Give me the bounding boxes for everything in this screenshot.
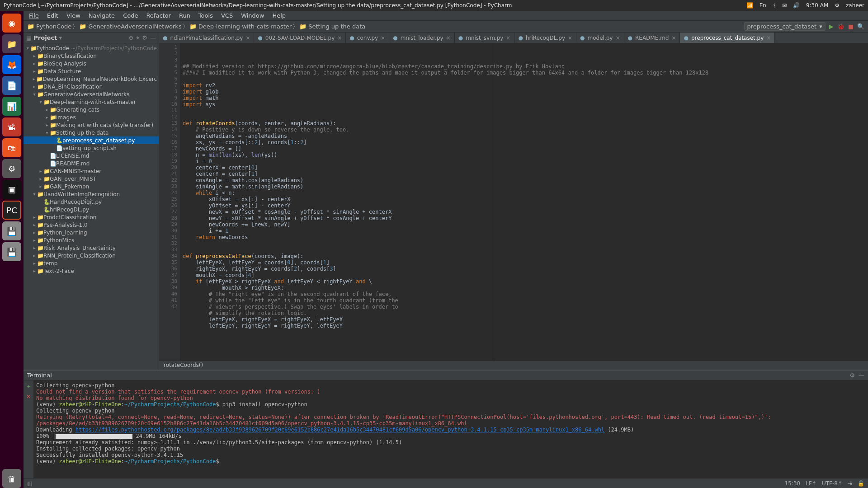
close-icon[interactable]: × (245, 35, 250, 41)
tree-node[interactable]: ▸📁 images (24, 113, 159, 121)
breadcrumb-item[interactable]: 📁 Deep-learning-with-cats-master (189, 23, 292, 30)
stop-button[interactable]: ■ (848, 23, 854, 30)
clock[interactable]: 9:30 AM (806, 2, 828, 9)
editor-breadcrumb[interactable]: rotateCoords() (159, 361, 868, 370)
menu-navigate[interactable]: Navigate (85, 11, 118, 20)
tree-node[interactable]: ▸📁 DeepLearning_NeuralNetworkBook Excerc (24, 75, 159, 83)
lock-icon[interactable]: 🔓 (858, 480, 864, 487)
terminal-output[interactable]: Collecting opencv-python Could not find … (33, 380, 868, 478)
launcher-software[interactable]: 🛍 (2, 138, 21, 157)
tree-node[interactable]: ▾📁 Deep-learning-with-cats-master (24, 98, 159, 106)
launcher-writer[interactable]: 📄 (2, 76, 21, 95)
breadcrumb-item[interactable]: 📁 Setting up the data (299, 23, 365, 30)
launcher-files[interactable]: 📁 (2, 34, 21, 53)
launcher-terminal[interactable]: ▣ (2, 180, 21, 199)
close-icon[interactable]: × (446, 35, 451, 41)
launcher-calc[interactable]: 📊 (2, 97, 21, 116)
launcher-dash[interactable]: ◉ (2, 14, 21, 33)
code-editor[interactable]: 1234567891011121314151617181920212223242… (159, 43, 868, 361)
editor-tab[interactable]: ●mnist_loader.py× (389, 33, 455, 43)
launcher-firefox[interactable]: 🦊 (2, 55, 21, 74)
tree-node[interactable]: ▸📁 temp (24, 259, 159, 267)
tree-node[interactable]: ▾📁 HandWrittenImgRecognition (24, 190, 159, 198)
launcher-disk2[interactable]: 💾 (2, 242, 21, 261)
close-icon[interactable]: × (381, 35, 385, 41)
hide-panel-icon[interactable]: — (859, 372, 864, 379)
settings-icon[interactable]: ⚙ (835, 2, 840, 9)
tree-node[interactable]: 📄 setting_up_script.sh (24, 144, 159, 152)
bluetooth-icon[interactable]: ᚼ (773, 2, 776, 9)
tree-node[interactable]: ▸📁 Generating cats (24, 106, 159, 113)
gear-icon[interactable]: ⚙ (849, 372, 855, 379)
tree-node[interactable]: 🐍 HandRecogDigit.py (24, 198, 159, 206)
tree-node[interactable]: ▸📁 BinaryClassification (24, 52, 159, 60)
run-configuration-dropdown[interactable]: preprocess_cat_dataset▾ (744, 22, 826, 31)
volume-icon[interactable]: 🔊 (793, 2, 800, 9)
tree-node[interactable]: 🐍 hriRecogDL.py (24, 206, 159, 213)
launcher-impress[interactable]: 📽 (2, 117, 21, 136)
editor-tab[interactable]: ●model.py× (576, 33, 624, 43)
tree-node[interactable]: ▾📁 GenerativeAdverserialNetworks (24, 90, 159, 98)
menu-window[interactable]: Window (237, 11, 268, 20)
tree-node[interactable]: ▸📁 BioSeq Analysis (24, 60, 159, 67)
tree-node[interactable]: ▾📁 Setting up the data (24, 129, 159, 136)
menu-run[interactable]: Run (175, 11, 194, 20)
menu-edit[interactable]: Edit (43, 11, 62, 20)
menu-tools[interactable]: Tools (195, 11, 217, 20)
editor-tab[interactable]: ●hriRecogDL.py× (514, 33, 576, 43)
editor-tab[interactable]: ●002-SAV-LOAD-MODEL.py× (254, 33, 346, 43)
project-view-icon[interactable]: ▤ (26, 34, 32, 41)
indent-indicator[interactable]: ⇥ (848, 480, 852, 487)
breadcrumb-item[interactable]: 📁 GenerativeAdverserialNetworks (79, 23, 181, 30)
tree-node[interactable]: ▸📁 Pse-Analysis-1.0 (24, 221, 159, 229)
editor-tab[interactable]: ●conv.py× (346, 33, 389, 43)
launcher-pycharm[interactable]: PC (2, 201, 21, 220)
mail-icon[interactable]: ✉ (782, 2, 787, 9)
project-panel-title[interactable]: Project (33, 34, 57, 41)
close-icon[interactable]: × (568, 35, 572, 41)
tree-node[interactable]: ▸📁 RNN_Protein_Classification (24, 252, 159, 259)
line-separator[interactable]: LF⇡ (806, 480, 816, 487)
launcher-settings[interactable]: ⚙ (2, 159, 21, 178)
code-area[interactable]: ## Modified version of https://github.co… (180, 43, 868, 361)
menu-refactor[interactable]: Refactor (142, 11, 175, 20)
chevron-down-icon[interactable]: ▾ (59, 34, 62, 41)
collapse-all-icon[interactable]: ⊖ (128, 34, 133, 42)
gear-icon[interactable]: ⚙ (142, 34, 147, 42)
launcher-trash[interactable]: 🗑 (2, 469, 21, 488)
tree-node[interactable]: 📄 README.md (24, 160, 159, 167)
search-everywhere-icon[interactable]: 🔍 (857, 23, 864, 30)
menu-file[interactable]: File (25, 11, 42, 20)
editor-tab[interactable]: ●preprocess_cat_dataset.py× (680, 33, 775, 43)
editor-tab[interactable]: ●README.md× (624, 33, 680, 43)
close-icon[interactable]: × (506, 35, 510, 41)
user-name[interactable]: zaheer (846, 2, 864, 9)
tree-node[interactable]: ▾📁 PythonCode~/PycharmProjects/PythonCod… (24, 44, 159, 52)
keyboard-lang[interactable]: En (760, 2, 766, 9)
hide-panel-icon[interactable]: — (150, 34, 156, 42)
tree-node[interactable]: ▸📁 GAN_Pokemon (24, 183, 159, 190)
wifi-icon[interactable]: 📶 (746, 2, 753, 9)
menu-vcs[interactable]: VCS (217, 11, 236, 20)
scroll-from-source-icon[interactable]: ⌖ (136, 34, 139, 42)
close-icon[interactable]: × (671, 35, 676, 41)
debug-button[interactable]: 🐞 (837, 23, 844, 30)
tree-node[interactable]: ▸📁 Python_learning (24, 229, 159, 236)
tree-node[interactable]: ▸📁 DNA_BinClassification (24, 83, 159, 90)
tree-node[interactable]: 📄 LICENSE.md (24, 152, 159, 160)
close-icon[interactable]: × (615, 35, 620, 41)
tree-node[interactable]: ▸📁 ProdctClassification (24, 213, 159, 221)
caret-position[interactable]: 15:30 (785, 480, 801, 487)
tree-node[interactable]: ▸📁 PythonMics (24, 236, 159, 244)
menu-code[interactable]: Code (119, 11, 142, 20)
tree-node[interactable]: ▸📁 GAN-MNIST-master (24, 167, 159, 175)
close-session-icon[interactable]: ✕ (26, 393, 31, 400)
tree-node[interactable]: ▸📁 Making art with cats (style transfer) (24, 121, 159, 129)
menu-view[interactable]: View (63, 11, 84, 20)
editor-tab[interactable]: ●mnist_svm.py× (455, 33, 515, 43)
run-button[interactable]: ▶ (829, 23, 834, 30)
launcher-disk1[interactable]: 💾 (2, 221, 21, 240)
menu-help[interactable]: Help (269, 11, 289, 20)
status-toggle-icon[interactable]: ▥ (27, 480, 32, 487)
new-session-icon[interactable]: ＋ (26, 382, 32, 390)
